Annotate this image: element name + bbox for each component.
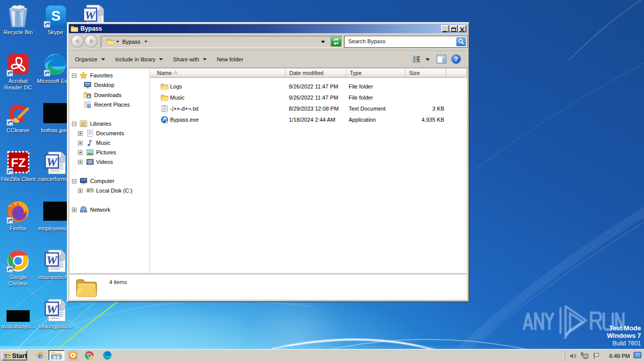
svg-text:W: W: [46, 155, 58, 168]
svg-text:W: W: [85, 9, 96, 22]
svg-text:S: S: [51, 8, 61, 24]
svg-text:W: W: [46, 303, 58, 316]
svg-text:?: ?: [454, 56, 458, 63]
svg-text:W: W: [46, 253, 58, 266]
svg-text:FZ: FZ: [11, 156, 26, 169]
